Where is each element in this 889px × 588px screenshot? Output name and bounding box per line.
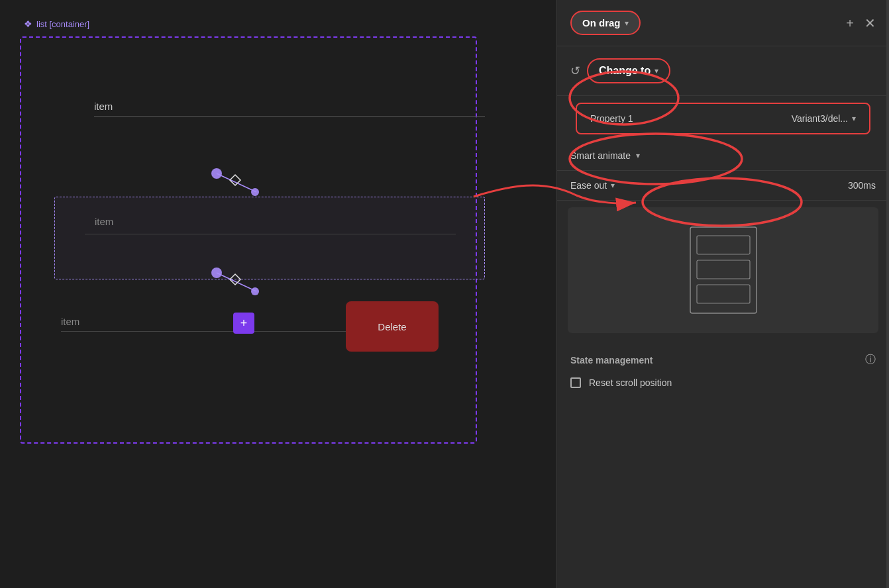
item1-text: item	[94, 101, 485, 112]
trigger-label: On drag	[582, 17, 621, 28]
timing-left: Ease out ▾	[570, 180, 615, 191]
plus-button[interactable]: +	[233, 313, 254, 334]
anim-svg-1	[210, 167, 263, 200]
action-icon: ↺	[570, 64, 580, 78]
smart-animate-row: Smart animate ▾	[557, 141, 889, 171]
delete-button-label: Delete	[378, 321, 406, 332]
diamond-icon: ❖	[24, 19, 32, 29]
right-panel: On drag ▾ + ✕ ↺ Change to ▾ Property 1 V…	[556, 0, 889, 588]
close-button[interactable]: ✕	[864, 17, 876, 30]
svg-point-7	[251, 287, 259, 295]
delete-button[interactable]: Delete	[346, 301, 439, 352]
item2-divider	[85, 234, 456, 234]
property-row: Property 1 Variant3/del... ▾	[576, 103, 870, 134]
action-chevron: ▾	[654, 66, 658, 75]
smart-animate-label: Smart animate	[570, 150, 631, 161]
state-mgmt-title: State management	[570, 355, 653, 366]
outer-container: item item	[20, 36, 477, 444]
canvas-area: ❖ list [container] item item	[0, 0, 556, 588]
panel-header: On drag ▾ + ✕	[557, 0, 889, 46]
item3-divider	[61, 331, 372, 332]
svg-point-1	[211, 168, 222, 179]
anim-group-2	[210, 266, 263, 302]
info-icon[interactable]: ⓘ	[865, 353, 876, 367]
smart-animate-chevron: ▾	[636, 151, 640, 160]
checkbox-row: Reset scroll position	[570, 377, 876, 388]
prop-name: Property 1	[590, 113, 633, 124]
timing-row: Ease out ▾ 300ms	[557, 171, 889, 201]
svg-rect-10	[697, 260, 750, 279]
panel-content: ↺ Change to ▾ Property 1 Variant3/del...…	[557, 46, 889, 588]
container-label: ❖ list [container]	[24, 19, 89, 29]
svg-rect-8	[690, 227, 757, 313]
ease-chevron: ▾	[611, 181, 615, 190]
prop-section: Property 1 Variant3/del... ▾	[557, 96, 889, 141]
prop-value: Variant3/del...	[792, 113, 848, 124]
trigger-chevron: ▾	[625, 19, 629, 28]
action-label: Change to	[599, 65, 651, 77]
inner-container: item	[54, 197, 485, 279]
state-mgmt-section: State management ⓘ Reset scroll position	[557, 340, 889, 388]
preview-box	[568, 207, 878, 333]
reset-scroll-label: Reset scroll position	[589, 377, 672, 388]
add-button[interactable]: +	[846, 17, 854, 30]
svg-rect-11	[697, 285, 750, 303]
timing-value: 300ms	[848, 180, 876, 191]
item-row-1: item	[54, 101, 485, 117]
prop-value-dropdown[interactable]: Variant3/del... ▾	[792, 113, 856, 124]
action-dropdown[interactable]: Change to ▾	[587, 58, 670, 83]
item2-text: item	[95, 216, 113, 227]
panel-header-actions: + ✕	[846, 17, 876, 30]
state-mgmt-header: State management ⓘ	[570, 353, 876, 367]
svg-point-5	[211, 268, 222, 278]
ease-label: Ease out	[570, 180, 607, 191]
svg-point-3	[251, 188, 259, 196]
anim-svg-2	[210, 266, 263, 299]
trigger-dropdown[interactable]: On drag ▾	[570, 11, 641, 35]
reset-scroll-checkbox[interactable]	[570, 377, 581, 388]
action-row: ↺ Change to ▾	[557, 46, 889, 96]
item1-divider	[94, 116, 485, 117]
prop-value-chevron: ▾	[852, 114, 856, 123]
preview-svg	[677, 217, 770, 323]
svg-rect-9	[697, 236, 750, 254]
container-label-text: list [container]	[36, 19, 89, 29]
